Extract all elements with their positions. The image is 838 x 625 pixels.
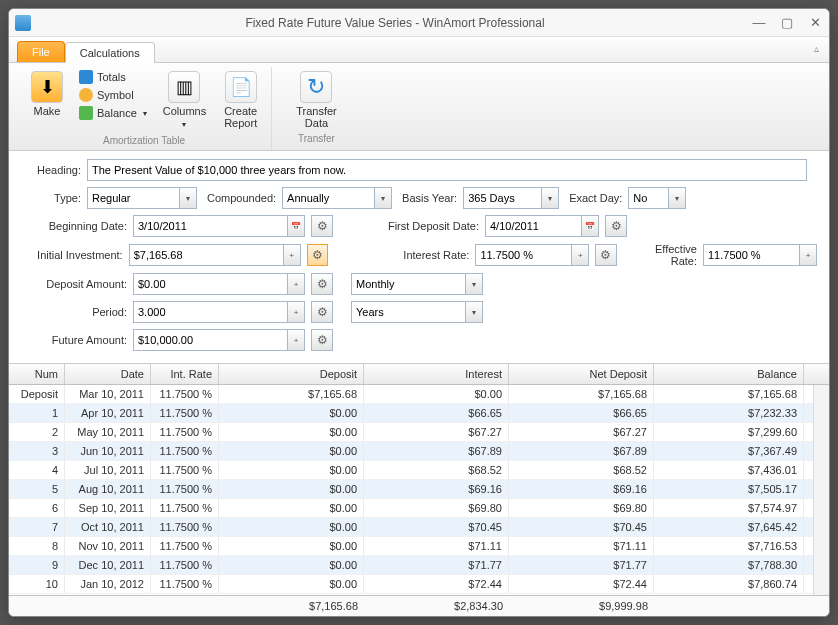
transfer-icon: ↻	[300, 71, 332, 103]
plus-button[interactable]: +	[287, 329, 305, 351]
col-rate[interactable]: Int. Rate	[151, 364, 219, 384]
first-deposit-input[interactable]	[485, 215, 581, 237]
cell-net: $66.65	[509, 404, 654, 422]
exact-dropdown[interactable]: ▾	[668, 187, 686, 209]
col-interest[interactable]: Interest	[364, 364, 509, 384]
compounded-dropdown[interactable]: ▾	[374, 187, 392, 209]
totals-button[interactable]: Totals	[75, 69, 151, 85]
period-unit-input[interactable]	[351, 301, 465, 323]
table-row[interactable]: 6Sep 10, 201111.7500 %$0.00$69.80$69.80$…	[9, 499, 813, 518]
deposit-freq-input[interactable]	[351, 273, 465, 295]
cell-interest: $67.89	[364, 442, 509, 460]
col-date[interactable]: Date	[65, 364, 151, 384]
beg-date-gear-button[interactable]: ⚙	[311, 215, 333, 237]
maximize-button[interactable]: ▢	[779, 15, 795, 31]
period-gear-button[interactable]: ⚙	[311, 301, 333, 323]
beginning-date-input[interactable]	[133, 215, 287, 237]
table-row[interactable]: 8Nov 10, 201111.7500 %$0.00$71.11$71.11$…	[9, 537, 813, 556]
cell-balance: $7,574.97	[654, 499, 804, 517]
exact-label: Exact Day:	[569, 192, 622, 204]
cell-num: 8	[9, 537, 65, 555]
plus-button[interactable]: +	[287, 273, 305, 295]
first-dep-gear-button[interactable]: ⚙	[605, 215, 627, 237]
freq-dropdown[interactable]: ▾	[465, 273, 483, 295]
basis-dropdown[interactable]: ▾	[541, 187, 559, 209]
compounded-input[interactable]	[282, 187, 374, 209]
col-num[interactable]: Num	[9, 364, 65, 384]
minimize-button[interactable]: —	[751, 15, 767, 31]
table-row[interactable]: 5Aug 10, 201111.7500 %$0.00$69.16$69.16$…	[9, 480, 813, 499]
grid-body[interactable]: DepositMar 10, 201111.7500 %$7,165.68$0.…	[9, 385, 813, 595]
init-inv-gear-button[interactable]: ⚙	[307, 244, 328, 266]
grid-footer: $7,165.68 $2,834.30 $9,999.98	[9, 595, 829, 616]
cell-interest: $66.65	[364, 404, 509, 422]
effective-rate-input[interactable]	[703, 244, 799, 266]
interest-rate-input[interactable]	[475, 244, 571, 266]
int-rate-gear-button[interactable]: ⚙	[595, 244, 616, 266]
cell-net: $69.80	[509, 499, 654, 517]
table-row[interactable]: 3Jun 10, 201111.7500 %$0.00$67.89$67.89$…	[9, 442, 813, 461]
exact-input[interactable]	[628, 187, 668, 209]
ribbon-minimize-icon[interactable]: ▵	[814, 43, 819, 54]
plus-button[interactable]: +	[799, 244, 817, 266]
type-dropdown[interactable]: ▾	[179, 187, 197, 209]
cell-balance: $7,505.17	[654, 480, 804, 498]
table-row[interactable]: 10Jan 10, 201211.7500 %$0.00$72.44$72.44…	[9, 575, 813, 594]
heading-input[interactable]	[87, 159, 807, 181]
type-input[interactable]	[87, 187, 179, 209]
unit-dropdown[interactable]: ▾	[465, 301, 483, 323]
window-title: Fixed Rate Future Value Series - WinAmor…	[39, 16, 751, 30]
columns-icon: ▥	[168, 71, 200, 103]
beginning-date-label: Beginning Date:	[21, 220, 127, 232]
cell-interest: $69.16	[364, 480, 509, 498]
table-row[interactable]: 4Jul 10, 201111.7500 %$0.00$68.52$68.52$…	[9, 461, 813, 480]
footer-balance	[654, 596, 804, 616]
cell-rate: 11.7500 %	[151, 461, 219, 479]
calendar-icon[interactable]: 📅	[581, 215, 599, 237]
calendar-icon[interactable]: 📅	[287, 215, 305, 237]
cell-date: Dec 10, 2011	[65, 556, 151, 574]
close-button[interactable]: ✕	[807, 15, 823, 31]
symbol-button[interactable]: Symbol	[75, 87, 151, 103]
create-report-button[interactable]: 📄 Create Report	[218, 69, 263, 131]
period-input[interactable]	[133, 301, 287, 323]
cell-net: $71.77	[509, 556, 654, 574]
cell-deposit: $0.00	[219, 423, 364, 441]
make-button[interactable]: ⬇ Make	[25, 69, 69, 119]
table-row[interactable]: 2May 10, 201111.7500 %$0.00$67.27$67.27$…	[9, 423, 813, 442]
col-net[interactable]: Net Deposit	[509, 364, 654, 384]
future-gear-button[interactable]: ⚙	[311, 329, 333, 351]
cell-num: 7	[9, 518, 65, 536]
plus-button[interactable]: +	[571, 244, 589, 266]
table-row[interactable]: 9Dec 10, 201111.7500 %$0.00$71.77$71.77$…	[9, 556, 813, 575]
cell-deposit: $0.00	[219, 556, 364, 574]
deposit-amount-input[interactable]	[133, 273, 287, 295]
cell-deposit: $0.00	[219, 461, 364, 479]
cell-deposit: $0.00	[219, 518, 364, 536]
col-deposit[interactable]: Deposit	[219, 364, 364, 384]
cell-date: Jan 10, 2012	[65, 575, 151, 593]
table-row[interactable]: 1Apr 10, 201111.7500 %$0.00$66.65$66.65$…	[9, 404, 813, 423]
plus-button[interactable]: +	[283, 244, 301, 266]
cell-deposit: $0.00	[219, 575, 364, 593]
table-row[interactable]: DepositMar 10, 201111.7500 %$7,165.68$0.…	[9, 385, 813, 404]
cell-date: Jun 10, 2011	[65, 442, 151, 460]
cell-num: 10	[9, 575, 65, 593]
basis-input[interactable]	[463, 187, 541, 209]
symbol-icon	[79, 88, 93, 102]
col-balance[interactable]: Balance	[654, 364, 804, 384]
vertical-scrollbar[interactable]	[813, 385, 829, 595]
table-row[interactable]: 7Oct 10, 201111.7500 %$0.00$70.45$70.45$…	[9, 518, 813, 537]
heading-label: Heading:	[21, 164, 81, 176]
plus-button[interactable]: +	[287, 301, 305, 323]
balance-button[interactable]: Balance▾	[75, 105, 151, 121]
dep-amt-gear-button[interactable]: ⚙	[311, 273, 333, 295]
cell-balance: $7,436.01	[654, 461, 804, 479]
future-amount-input[interactable]	[133, 329, 287, 351]
transfer-button[interactable]: ↻ Transfer Data	[290, 69, 343, 131]
tab-calculations[interactable]: Calculations	[65, 42, 155, 63]
tab-file[interactable]: File	[17, 41, 65, 62]
columns-button[interactable]: ▥ Columns▾	[157, 69, 212, 133]
chevron-down-icon: ▾	[182, 120, 186, 129]
initial-investment-input[interactable]	[129, 244, 283, 266]
